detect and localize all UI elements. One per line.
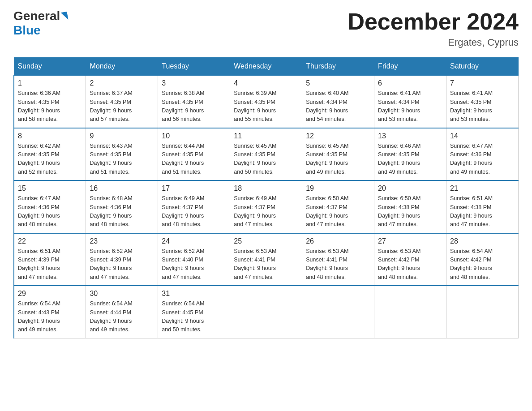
header-wednesday: Wednesday — [230, 58, 302, 76]
day-detail: Sunrise: 6:45 AM Sunset: 4:35 PM Dayligh… — [234, 142, 298, 177]
calendar-cell: 29 Sunrise: 6:54 AM Sunset: 4:43 PM Dayl… — [14, 286, 86, 338]
header-friday: Friday — [374, 58, 446, 76]
day-number: 6 — [378, 79, 442, 87]
day-detail: Sunrise: 6:54 AM Sunset: 4:42 PM Dayligh… — [450, 247, 515, 282]
day-detail: Sunrise: 6:52 AM Sunset: 4:39 PM Dayligh… — [90, 247, 154, 282]
day-detail: Sunrise: 6:47 AM Sunset: 4:36 PM Dayligh… — [18, 194, 82, 229]
day-detail: Sunrise: 6:45 AM Sunset: 4:35 PM Dayligh… — [306, 142, 370, 177]
day-detail: Sunrise: 6:43 AM Sunset: 4:35 PM Dayligh… — [90, 142, 154, 177]
header-tuesday: Tuesday — [158, 58, 230, 76]
calendar-cell: 27 Sunrise: 6:53 AM Sunset: 4:42 PM Dayl… — [374, 233, 446, 286]
calendar-header-row: SundayMondayTuesdayWednesdayThursdayFrid… — [14, 58, 519, 76]
calendar-cell: 17 Sunrise: 6:49 AM Sunset: 4:37 PM Dayl… — [158, 180, 230, 233]
calendar-cell: 23 Sunrise: 6:52 AM Sunset: 4:39 PM Dayl… — [86, 233, 158, 286]
day-number: 15 — [18, 184, 82, 193]
day-number: 31 — [162, 290, 226, 298]
calendar-subtitle: Ergates, Cyprus — [348, 37, 519, 48]
calendar-cell: 12 Sunrise: 6:45 AM Sunset: 4:35 PM Dayl… — [302, 128, 374, 181]
calendar-cell: 3 Sunrise: 6:38 AM Sunset: 4:35 PM Dayli… — [158, 75, 230, 128]
calendar-table: SundayMondayTuesdayWednesdayThursdayFrid… — [13, 57, 519, 338]
calendar-week-row: 8 Sunrise: 6:42 AM Sunset: 4:35 PM Dayli… — [14, 128, 519, 181]
calendar-cell: 28 Sunrise: 6:54 AM Sunset: 4:42 PM Dayl… — [446, 233, 519, 286]
day-detail: Sunrise: 6:44 AM Sunset: 4:35 PM Dayligh… — [162, 142, 226, 177]
day-detail: Sunrise: 6:46 AM Sunset: 4:35 PM Dayligh… — [378, 142, 442, 177]
calendar-week-row: 15 Sunrise: 6:47 AM Sunset: 4:36 PM Dayl… — [14, 180, 519, 233]
calendar-cell — [374, 286, 446, 338]
header-sunday: Sunday — [14, 58, 86, 76]
logo: General Blue — [13, 9, 68, 38]
calendar-cell: 2 Sunrise: 6:37 AM Sunset: 4:35 PM Dayli… — [86, 75, 158, 128]
day-number: 12 — [306, 132, 370, 140]
calendar-week-row: 1 Sunrise: 6:36 AM Sunset: 4:35 PM Dayli… — [14, 75, 519, 128]
day-detail: Sunrise: 6:51 AM Sunset: 4:39 PM Dayligh… — [18, 247, 82, 282]
calendar-cell: 9 Sunrise: 6:43 AM Sunset: 4:35 PM Dayli… — [86, 128, 158, 181]
calendar-week-row: 22 Sunrise: 6:51 AM Sunset: 4:39 PM Dayl… — [14, 233, 519, 286]
calendar-cell: 24 Sunrise: 6:52 AM Sunset: 4:40 PM Dayl… — [158, 233, 230, 286]
calendar-cell: 31 Sunrise: 6:54 AM Sunset: 4:45 PM Dayl… — [158, 286, 230, 338]
calendar-cell: 26 Sunrise: 6:53 AM Sunset: 4:41 PM Dayl… — [302, 233, 374, 286]
calendar-week-row: 29 Sunrise: 6:54 AM Sunset: 4:43 PM Dayl… — [14, 286, 519, 338]
calendar-cell: 7 Sunrise: 6:41 AM Sunset: 4:35 PM Dayli… — [446, 75, 519, 128]
day-detail: Sunrise: 6:50 AM Sunset: 4:37 PM Dayligh… — [306, 194, 370, 229]
day-detail: Sunrise: 6:38 AM Sunset: 4:35 PM Dayligh… — [162, 89, 226, 124]
calendar-cell: 4 Sunrise: 6:39 AM Sunset: 4:35 PM Dayli… — [230, 75, 302, 128]
day-number: 29 — [18, 290, 82, 298]
calendar-cell — [302, 286, 374, 338]
day-number: 11 — [234, 132, 298, 140]
day-detail: Sunrise: 6:54 AM Sunset: 4:43 PM Dayligh… — [18, 300, 82, 334]
calendar-cell: 15 Sunrise: 6:47 AM Sunset: 4:36 PM Dayl… — [14, 180, 86, 233]
day-detail: Sunrise: 6:53 AM Sunset: 4:42 PM Dayligh… — [378, 247, 442, 282]
calendar-cell: 11 Sunrise: 6:45 AM Sunset: 4:35 PM Dayl… — [230, 128, 302, 181]
day-number: 10 — [162, 132, 226, 140]
calendar-cell: 20 Sunrise: 6:50 AM Sunset: 4:38 PM Dayl… — [374, 180, 446, 233]
day-number: 7 — [450, 79, 515, 87]
day-number: 5 — [306, 79, 370, 87]
day-detail: Sunrise: 6:49 AM Sunset: 4:37 PM Dayligh… — [234, 194, 298, 229]
day-number: 25 — [234, 237, 298, 245]
day-detail: Sunrise: 6:50 AM Sunset: 4:38 PM Dayligh… — [378, 194, 442, 229]
day-number: 21 — [450, 184, 515, 193]
calendar-cell — [446, 286, 519, 338]
day-number: 20 — [378, 184, 442, 193]
calendar-cell: 8 Sunrise: 6:42 AM Sunset: 4:35 PM Dayli… — [14, 128, 86, 181]
day-number: 4 — [234, 79, 298, 87]
day-detail: Sunrise: 6:49 AM Sunset: 4:37 PM Dayligh… — [162, 194, 226, 229]
calendar-cell: 30 Sunrise: 6:54 AM Sunset: 4:44 PM Dayl… — [86, 286, 158, 338]
day-detail: Sunrise: 6:42 AM Sunset: 4:35 PM Dayligh… — [18, 142, 82, 177]
day-number: 14 — [450, 132, 515, 140]
day-number: 24 — [162, 237, 226, 245]
logo-general: General — [13, 9, 68, 23]
day-detail: Sunrise: 6:53 AM Sunset: 4:41 PM Dayligh… — [306, 247, 370, 282]
day-number: 2 — [90, 79, 154, 87]
calendar-cell: 13 Sunrise: 6:46 AM Sunset: 4:35 PM Dayl… — [374, 128, 446, 181]
day-number: 17 — [162, 184, 226, 193]
day-detail: Sunrise: 6:51 AM Sunset: 4:38 PM Dayligh… — [450, 194, 515, 229]
calendar-cell: 18 Sunrise: 6:49 AM Sunset: 4:37 PM Dayl… — [230, 180, 302, 233]
day-detail: Sunrise: 6:54 AM Sunset: 4:45 PM Dayligh… — [162, 300, 226, 334]
day-number: 27 — [378, 237, 442, 245]
logo-blue-text: Blue — [13, 23, 41, 38]
calendar-cell: 22 Sunrise: 6:51 AM Sunset: 4:39 PM Dayl… — [14, 233, 86, 286]
day-detail: Sunrise: 6:53 AM Sunset: 4:41 PM Dayligh… — [234, 247, 298, 282]
day-number: 18 — [234, 184, 298, 193]
calendar-cell: 19 Sunrise: 6:50 AM Sunset: 4:37 PM Dayl… — [302, 180, 374, 233]
header-thursday: Thursday — [302, 58, 374, 76]
day-detail: Sunrise: 6:36 AM Sunset: 4:35 PM Dayligh… — [18, 89, 82, 124]
day-detail: Sunrise: 6:41 AM Sunset: 4:35 PM Dayligh… — [450, 89, 515, 124]
day-number: 19 — [306, 184, 370, 193]
logo-general-text: General — [13, 9, 60, 23]
day-detail: Sunrise: 6:39 AM Sunset: 4:35 PM Dayligh… — [234, 89, 298, 124]
day-number: 8 — [18, 132, 82, 140]
day-number: 28 — [450, 237, 515, 245]
day-detail: Sunrise: 6:40 AM Sunset: 4:34 PM Dayligh… — [306, 89, 370, 124]
day-number: 9 — [90, 132, 154, 140]
header: General Blue December 2024 Ergates, Cypr… — [13, 9, 519, 48]
calendar-cell: 25 Sunrise: 6:53 AM Sunset: 4:41 PM Dayl… — [230, 233, 302, 286]
day-detail: Sunrise: 6:41 AM Sunset: 4:34 PM Dayligh… — [378, 89, 442, 124]
calendar-cell — [230, 286, 302, 338]
calendar-cell: 1 Sunrise: 6:36 AM Sunset: 4:35 PM Dayli… — [14, 75, 86, 128]
day-number: 1 — [18, 79, 82, 87]
day-number: 26 — [306, 237, 370, 245]
calendar-cell: 5 Sunrise: 6:40 AM Sunset: 4:34 PM Dayli… — [302, 75, 374, 128]
day-detail: Sunrise: 6:37 AM Sunset: 4:35 PM Dayligh… — [90, 89, 154, 124]
